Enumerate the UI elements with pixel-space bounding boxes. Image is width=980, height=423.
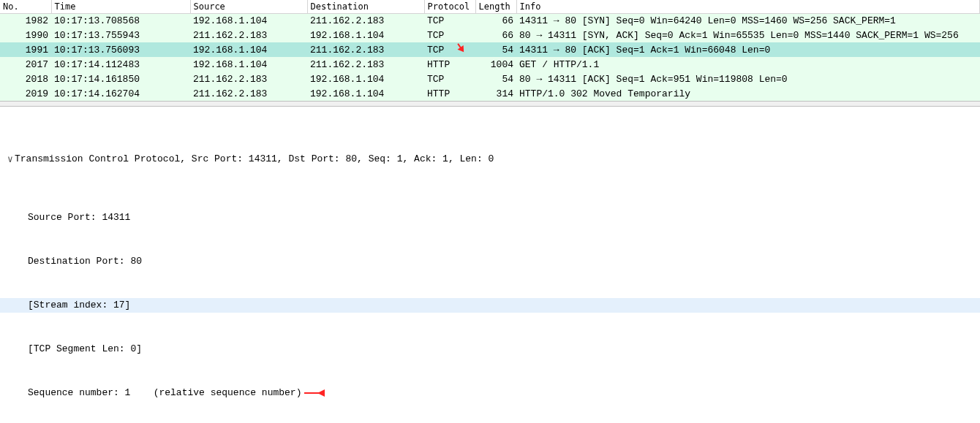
col-header-no[interactable]: No. xyxy=(0,0,51,13)
cell-time: 10:17:14.162704 xyxy=(51,86,190,101)
cell-source: 192.168.1.104 xyxy=(190,57,307,72)
cell-destination: 211.162.2.183 xyxy=(307,13,424,28)
cell-source: 211.162.2.183 xyxy=(190,28,307,42)
col-header-source[interactable]: Source xyxy=(190,0,307,13)
cell-protocol: TCP xyxy=(424,72,475,86)
table-row[interactable]: 201910:17:14.162704211.162.2.183192.168.… xyxy=(0,86,980,101)
annotation-arrow-icon xyxy=(304,389,325,397)
cell-no: 2019 xyxy=(0,86,51,101)
cell-no: 1991 xyxy=(0,42,51,57)
cell-length: 54 xyxy=(475,42,516,57)
col-header-dest[interactable]: Destination xyxy=(307,0,424,13)
col-header-length[interactable]: Length xyxy=(475,0,516,13)
cell-protocol: TCP xyxy=(424,13,475,28)
table-row[interactable]: 198210:17:13.708568192.168.1.104211.162.… xyxy=(0,13,980,28)
cell-length: 1004 xyxy=(475,57,516,72)
cell-no: 2018 xyxy=(0,72,51,86)
table-row[interactable]: 201710:17:14.112483192.168.1.104211.162.… xyxy=(0,57,980,72)
col-header-protocol[interactable]: Protocol xyxy=(424,0,475,13)
cell-time: 10:17:13.708568 xyxy=(51,13,190,28)
cell-info: HTTP/1.0 302 Moved Temporarily xyxy=(516,86,980,101)
tcp-protocol-header[interactable]: ∨ Transmission Control Protocol, Src Por… xyxy=(0,152,980,167)
table-row[interactable]: 199010:17:13.755943211.162.2.183192.168.… xyxy=(0,28,980,42)
table-row[interactable]: 201810:17:14.161850211.162.2.183192.168.… xyxy=(0,72,980,86)
cell-source: 192.168.1.104 xyxy=(190,42,307,57)
cell-info: 14311 → 80 [SYN] Seq=0 Win=64240 Len=0 M… xyxy=(516,13,980,28)
table-row[interactable]: 199110:17:13.756093192.168.1.104211.162.… xyxy=(0,42,980,57)
cell-info: 80 → 14311 [ACK] Seq=1 Ack=951 Win=11980… xyxy=(516,72,980,86)
tcp-stream-index[interactable]: [Stream index: 17] xyxy=(0,298,980,313)
tcp-seq-number[interactable]: Sequence number: 1 (relative sequence nu… xyxy=(0,386,980,400)
tcp-src-port[interactable]: Source Port: 14311 xyxy=(0,210,980,225)
cell-time: 10:17:13.755943 xyxy=(51,28,190,42)
col-header-time[interactable]: Time xyxy=(51,0,190,13)
cell-time: 10:17:14.112483 xyxy=(51,57,190,72)
pane-splitter[interactable] xyxy=(0,101,980,107)
packet-details-pane[interactable]: ∨ Transmission Control Protocol, Src Por… xyxy=(0,107,980,423)
cell-protocol: TCP xyxy=(424,42,475,57)
cell-destination: 211.162.2.183 xyxy=(307,42,424,57)
column-header-row[interactable]: No. Time Source Destination Protocol Len… xyxy=(0,0,980,13)
tcp-segment-len[interactable]: [TCP Segment Len: 0] xyxy=(0,342,980,357)
cell-length: 66 xyxy=(475,13,516,28)
cell-protocol: HTTP xyxy=(424,86,475,101)
cell-time: 10:17:14.161850 xyxy=(51,72,190,86)
cell-destination: 192.168.1.104 xyxy=(307,86,424,101)
tcp-dst-port[interactable]: Destination Port: 80 xyxy=(0,254,980,269)
col-header-info[interactable]: Info xyxy=(516,0,980,13)
cell-info: 80 → 14311 [SYN, ACK] Seq=0 Ack=1 Win=65… xyxy=(516,28,980,42)
cell-info: 14311 → 80 [ACK] Seq=1 Ack=1 Win=66048 L… xyxy=(516,42,980,57)
cell-no: 2017 xyxy=(0,57,51,72)
cell-time: 10:17:13.756093 xyxy=(51,42,190,57)
cell-protocol: HTTP xyxy=(424,57,475,72)
cell-source: 211.162.2.183 xyxy=(190,72,307,86)
packet-list-table[interactable]: No. Time Source Destination Protocol Len… xyxy=(0,0,980,101)
cell-destination: 192.168.1.104 xyxy=(307,72,424,86)
cell-source: 192.168.1.104 xyxy=(190,13,307,28)
tcp-header-text: Transmission Control Protocol, Src Port:… xyxy=(15,152,494,167)
cell-no: 1982 xyxy=(0,13,51,28)
cell-destination: 211.162.2.183 xyxy=(307,57,424,72)
cell-length: 54 xyxy=(475,72,516,86)
cell-length: 66 xyxy=(475,28,516,42)
cell-source: 211.162.2.183 xyxy=(190,86,307,101)
cell-destination: 192.168.1.104 xyxy=(307,28,424,42)
cell-length: 314 xyxy=(475,86,516,101)
caret-down-icon[interactable]: ∨ xyxy=(6,152,15,167)
cell-no: 1990 xyxy=(0,28,51,42)
cell-info: GET / HTTP/1.1 xyxy=(516,57,980,72)
